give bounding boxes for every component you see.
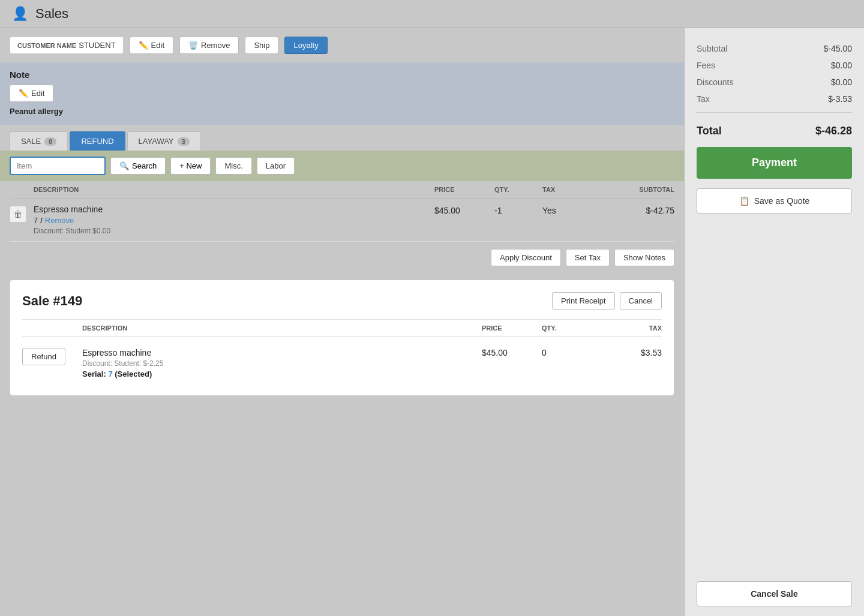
- item-price: $45.00: [434, 205, 494, 215]
- ship-button[interactable]: Ship: [245, 37, 278, 54]
- item-qty: -1: [494, 205, 542, 215]
- row-actions: 🗑: [10, 205, 34, 223]
- apply-discount-button[interactable]: Apply Discount: [491, 249, 561, 266]
- sale-item-description: Espresso machine Discount: Student: $-2.…: [82, 348, 482, 378]
- note-title: Note: [10, 70, 674, 80]
- customer-label: CUSTOMER NAME: [17, 42, 76, 49]
- sale-item-serial: Serial: 7 (Selected): [82, 369, 482, 378]
- sale-serial-value: 7: [108, 369, 112, 378]
- payment-button[interactable]: Payment: [697, 147, 852, 179]
- item-name: Espresso machine: [34, 205, 434, 214]
- refund-button-cell: Refund: [22, 348, 82, 365]
- app-header: 👤 Sales: [0, 0, 864, 28]
- print-receipt-button[interactable]: Print Receipt: [552, 292, 614, 309]
- fees-label: Fees: [697, 61, 715, 70]
- col-description: DESCRIPTION: [34, 186, 434, 193]
- total-row: Total $-46.28: [697, 118, 852, 147]
- sale-col-qty: QTY.: [542, 324, 590, 332]
- sale-col-description: DESCRIPTION: [82, 324, 482, 332]
- sale-table-row: Refund Espresso machine Discount: Studen…: [22, 343, 662, 383]
- sale-item-qty: 0: [542, 348, 590, 357]
- misc-button[interactable]: Misc.: [215, 157, 251, 175]
- sale-item-price: $45.00: [482, 348, 542, 357]
- sale-number: Sale #149: [22, 293, 82, 309]
- col-price: PRICE: [434, 186, 494, 193]
- sale-table-header: DESCRIPTION PRICE QTY. TAX: [22, 319, 662, 337]
- tab-refund[interactable]: REFUND: [70, 131, 125, 151]
- sale-badge: 0: [44, 137, 56, 146]
- subtotal-value: $-45.00: [824, 44, 852, 53]
- subtotal-label: Subtotal: [697, 44, 727, 53]
- item-search-input[interactable]: [10, 157, 106, 175]
- tab-layaway[interactable]: LAYAWAY 3: [127, 131, 201, 151]
- col-qty: QTY.: [494, 186, 542, 193]
- tax-label: Tax: [697, 94, 710, 104]
- cancel-sale-button[interactable]: Cancel Sale: [697, 581, 852, 606]
- remove-customer-button[interactable]: 🗑️ Remove: [179, 37, 239, 54]
- edit-customer-button[interactable]: ✏️ Edit: [130, 37, 173, 54]
- app-title: Sales: [35, 6, 68, 22]
- pencil-note-icon: ✏️: [19, 89, 28, 98]
- tab-sale[interactable]: SALE 0: [10, 131, 68, 151]
- customer-bar: CUSTOMER NAME STUDENT ✏️ Edit 🗑️ Remove …: [0, 28, 684, 62]
- sale-item-name: Espresso machine: [82, 348, 482, 357]
- fees-row: Fees $0.00: [697, 57, 852, 74]
- item-description: Espresso machine 7 / Remove Discount: St…: [34, 205, 434, 235]
- set-tax-button[interactable]: Set Tax: [566, 249, 610, 266]
- col-tax: TAX: [542, 186, 602, 193]
- sale-card-actions: Print Receipt Cancel: [552, 292, 662, 309]
- search-icon: 🔍: [119, 161, 129, 170]
- main-layout: CUSTOMER NAME STUDENT ✏️ Edit 🗑️ Remove …: [0, 28, 864, 616]
- show-notes-button[interactable]: Show Notes: [614, 249, 674, 266]
- left-panel: CUSTOMER NAME STUDENT ✏️ Edit 🗑️ Remove …: [0, 28, 684, 616]
- edit-note-button[interactable]: ✏️ Edit: [10, 85, 53, 102]
- save-quote-button[interactable]: 📋 Save as Quote: [697, 188, 852, 214]
- subtotal-row: Subtotal $-45.00: [697, 40, 852, 57]
- serial-number: 7: [34, 216, 38, 225]
- discounts-row: Discounts $0.00: [697, 74, 852, 91]
- item-subtotal: $-42.75: [602, 205, 674, 215]
- discounts-value: $0.00: [831, 77, 852, 87]
- sale-card: Sale #149 Print Receipt Cancel DESCRIPTI…: [10, 280, 674, 396]
- right-panel: Subtotal $-45.00 Fees $0.00 Discounts $0…: [684, 28, 864, 616]
- item-tax: Yes: [542, 205, 602, 215]
- search-button[interactable]: 🔍 Search: [110, 157, 166, 175]
- discounts-label: Discounts: [697, 77, 733, 87]
- labor-button[interactable]: Labor: [257, 157, 295, 175]
- table-row: 🗑 Espresso machine 7 / Remove Discount: …: [10, 199, 674, 242]
- loyalty-button[interactable]: Loyalty: [284, 37, 327, 54]
- item-discount: Discount: Student $0.00: [34, 227, 434, 235]
- note-content: Peanut allergy: [10, 107, 674, 116]
- customer-value: STUDENT: [79, 41, 115, 50]
- item-search-bar: 🔍 Search + New Misc. Labor: [0, 151, 684, 181]
- items-table-area: DESCRIPTION PRICE QTY. TAX SUBTOTAL 🗑 Es…: [0, 181, 684, 242]
- tabs-bar: SALE 0 REFUND LAYAWAY 3: [0, 125, 684, 151]
- sale-item-tax: $3.53: [590, 348, 662, 357]
- action-buttons: Apply Discount Set Tax Show Notes: [0, 242, 684, 274]
- refund-item-button[interactable]: Refund: [22, 348, 65, 365]
- cancel-sale-card-button[interactable]: Cancel: [620, 292, 662, 309]
- tax-value: $-3.53: [828, 94, 852, 104]
- sale-item-discount: Discount: Student: $-2.25: [82, 359, 482, 368]
- total-label: Total: [697, 125, 722, 137]
- sale-card-header: Sale #149 Print Receipt Cancel: [22, 292, 662, 309]
- tax-row: Tax $-3.53: [697, 91, 852, 107]
- fees-value: $0.00: [831, 61, 852, 70]
- pencil-icon: ✏️: [139, 41, 148, 50]
- sale-col-price: PRICE: [482, 324, 542, 332]
- delete-item-button[interactable]: 🗑: [10, 206, 26, 223]
- quote-icon: 📋: [739, 196, 749, 206]
- table-header: DESCRIPTION PRICE QTY. TAX SUBTOTAL: [10, 181, 674, 199]
- layaway-badge: 3: [178, 137, 190, 146]
- remove-item-link[interactable]: Remove: [45, 216, 74, 225]
- new-item-button[interactable]: + New: [170, 157, 211, 175]
- sale-col-tax: TAX: [590, 324, 662, 332]
- total-value: $-46.28: [815, 125, 852, 137]
- sales-icon: 👤: [12, 6, 28, 22]
- col-subtotal: SUBTOTAL: [602, 186, 674, 193]
- note-section: Note ✏️ Edit Peanut allergy: [0, 62, 684, 125]
- customer-name-badge: CUSTOMER NAME STUDENT: [10, 37, 124, 54]
- trash-icon: 🗑️: [188, 41, 198, 50]
- summary-divider: [697, 112, 852, 113]
